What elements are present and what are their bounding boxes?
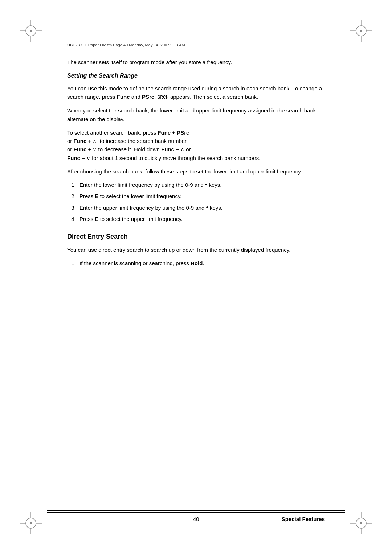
corner-mark-tr bbox=[350, 20, 372, 42]
svg-point-7 bbox=[360, 30, 362, 32]
e-bold-2: E bbox=[95, 216, 99, 222]
section2-heading: Direct Entry Search bbox=[67, 232, 325, 242]
header-file-info: UBC73XLT Paper OM.fm Page 40 Monday, May… bbox=[67, 43, 185, 47]
bottom-rule-thick bbox=[47, 512, 345, 513]
top-rule-area bbox=[47, 40, 345, 42]
section2-step1: If the scanner is scanning or searching,… bbox=[77, 259, 325, 267]
or-label: or bbox=[67, 138, 72, 144]
main-content: The scanner sets itself to program mode … bbox=[67, 58, 325, 273]
section1-heading: Setting the Search Range bbox=[67, 71, 325, 81]
func-bold-5: Func bbox=[67, 155, 80, 161]
section2-para1: You can use direct entry search to searc… bbox=[67, 246, 325, 254]
step2: Press E to select the lower limit freque… bbox=[77, 192, 325, 200]
func-bold-3: Func bbox=[74, 146, 87, 152]
func-bold-4: Func bbox=[161, 146, 174, 152]
top-rule-thin bbox=[47, 42, 345, 42]
step3: Enter the upper limit frequency by using… bbox=[77, 204, 325, 212]
svg-point-13 bbox=[30, 522, 32, 524]
section1-steps: Enter the lower limit frequency by using… bbox=[77, 181, 325, 223]
page-number: 40 bbox=[0, 516, 392, 522]
corner-mark-tl bbox=[20, 20, 42, 42]
hold-bold: Hold bbox=[191, 260, 203, 266]
psrc-bold: PSrc bbox=[142, 94, 154, 100]
intro-text: The scanner sets itself to program mode … bbox=[67, 59, 232, 65]
svg-point-1 bbox=[30, 30, 32, 32]
func-bold-2: Func bbox=[74, 138, 87, 144]
section1-para4: After choosing the search bank, follow t… bbox=[67, 167, 325, 176]
func-bold: Func bbox=[117, 94, 130, 100]
section2-steps: If the scanner is scanning or searching,… bbox=[77, 259, 325, 267]
step1: Enter the lower limit frequency by using… bbox=[77, 181, 325, 189]
func-psrc-bold: Func + PSrc bbox=[158, 130, 189, 136]
section1-para1: You can use this mode to define the sear… bbox=[67, 84, 325, 101]
bullet-dot-2: • bbox=[206, 204, 208, 211]
srch-mono: SRCH bbox=[158, 95, 169, 100]
e-bold-1: E bbox=[95, 193, 99, 199]
intro-paragraph: The scanner sets itself to program mode … bbox=[67, 58, 325, 66]
step4: Press E to select the upper limit freque… bbox=[77, 215, 325, 223]
footer-right-label: Special Features bbox=[282, 516, 325, 522]
section1-para2: When you select the search bank, the low… bbox=[67, 106, 325, 123]
bottom-rule-thin bbox=[47, 510, 345, 511]
corner-mark-bl bbox=[20, 512, 42, 534]
section1-para3: To select another search bank, press Fun… bbox=[67, 128, 325, 162]
top-rule-thick bbox=[47, 40, 345, 40]
corner-mark-br bbox=[350, 512, 372, 534]
page-container: UBC73XLT Paper OM.fm Page 40 Monday, May… bbox=[0, 0, 392, 554]
bottom-rule-area bbox=[47, 510, 345, 514]
svg-point-19 bbox=[360, 522, 362, 524]
bullet-dot-1: • bbox=[205, 181, 207, 188]
header-info-text: UBC73XLT Paper OM.fm Page 40 Monday, May… bbox=[67, 43, 185, 47]
